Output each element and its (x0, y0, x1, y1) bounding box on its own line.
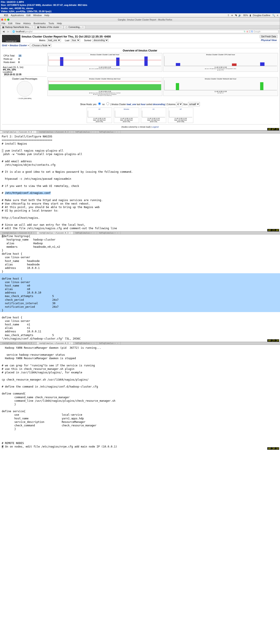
get-fresh-data-button[interactable]: Get Fresh Data (260, 35, 277, 38)
legend-link[interactable]: Legend (152, 126, 159, 128)
editor-tab[interactable]: root@limulus:~/Lesson-4.3× (37, 131, 73, 133)
editor-tab[interactable]: hdfs@limulus:~× (73, 342, 97, 344)
editor-tabstrip: root@limulus:~/Lesson-4.3× root@limulus:… (0, 232, 280, 234)
hosts-down-label: Hosts down: (3, 61, 18, 64)
memory-chart[interactable]: limulus Cluster Cluster Memory last hour… (47, 77, 162, 96)
ff-menu-file[interactable]: File (2, 22, 6, 25)
hosts-up-value: 4 (18, 58, 20, 60)
editor-body[interactable]: Hadoop YARN ResourceManager daemon (pid … (0, 345, 280, 450)
editor-tab[interactable]: hdfs@limulus:~× (97, 342, 120, 344)
app-name[interactable]: X11 (4, 14, 8, 16)
back-button[interactable]: ◀ (2, 30, 6, 33)
battery-icon[interactable]: ▮ (250, 14, 251, 17)
node-thumb[interactable]: n1 11:40 12:00 12:20 load_one last hour(… (141, 108, 166, 123)
editor-body[interactable]: ddefine hostgroup{ hostgroup_name hadoop… (0, 234, 280, 342)
editor-tab[interactable]: root@limulus:~/Lesson-4.3× (37, 342, 73, 344)
stop-button[interactable]: ⊘ (246, 30, 248, 33)
size-select[interactable]: small (188, 102, 200, 106)
physical-view-link[interactable]: Physical View (261, 39, 277, 42)
choose-node-select[interactable]: --Choose a Node (30, 44, 51, 47)
tab-close-icon[interactable]: × (60, 26, 62, 28)
show-hosts-row: Show Hosts: yes no | limulus Cluster loa… (2, 102, 278, 106)
browser-tab[interactable]: ▦ Nodes of the cluster × (35, 25, 64, 29)
video-timestamp: 00:15:08 (267, 229, 279, 232)
editor-tab[interactable]: hdfs@limulus:~× (73, 232, 97, 234)
ff-menu-help[interactable]: Help (57, 22, 62, 25)
menu-help[interactable]: Help (44, 14, 49, 16)
load-pie-chart (17, 81, 33, 96)
media-file-line: File: 1643CO~1.MP4 (1, 0, 279, 4)
metric-select[interactable]: load_one (47, 38, 61, 42)
menu-window[interactable]: Window (33, 14, 42, 16)
editor-body[interactable]: Part 2: Install/Configure NAGIOS =======… (0, 134, 280, 232)
forward-button[interactable]: ▶ (6, 30, 10, 33)
tab-close-icon[interactable]: × (82, 26, 83, 28)
sorted-select[interactable]: descending (92, 38, 108, 42)
menu-applications[interactable]: Applications (11, 14, 24, 16)
highlighted-block: define host { use linux-server host_name… (0, 273, 280, 312)
ff-menu-view[interactable]: View (15, 22, 21, 25)
terminal-editor: root@limulus:~/Lesson-4.3× root@limulus:… (0, 342, 280, 450)
search-box[interactable]: G Google (250, 30, 278, 33)
cpu-chart[interactable]: limulus Cluster Cluster CPU last hour 11… (163, 53, 278, 72)
url-bar[interactable]: 🌐 localhost/ganglia/ ↻ ⊘ (11, 30, 249, 33)
highlighted-path: /etc/httpd/conf.d/nagios.conf (5, 192, 51, 194)
traffic-lights[interactable] (1, 18, 9, 21)
text-cursor: # (2, 445, 4, 448)
media-video-line: Video: h264, yuv420p, 1280x720, 25.00 fp… (1, 10, 279, 13)
browser-tab[interactable]: ◌ Connecting... × (64, 25, 85, 29)
google-icon: G (251, 30, 253, 33)
editor-tabstrip: root@limulus:~/Lesson-4.3× root@limulus:… (0, 130, 280, 134)
browser-tab[interactable]: ▦ Hadoop NameNode limu... × (0, 25, 35, 29)
editor-tab[interactable]: hdfs@limulus:~× (97, 131, 120, 133)
last-label: Last (65, 39, 69, 42)
load-chart[interactable]: limulus Cluster Cluster Load last hour 1… (47, 53, 162, 72)
editor-tab[interactable]: root@limulus:~/Lesson-4.3× (0, 342, 37, 344)
breadcrumb-grid[interactable]: Grid (2, 44, 7, 47)
cpus-total-value: 16 (18, 54, 22, 57)
node-thumb[interactable]: n2 11:40 12:00 12:20 load_one last hour(… (168, 108, 193, 123)
node-thumb[interactable]: n0 11:40 12:00 12:20 load_one last hour(… (87, 108, 112, 123)
menu-edit[interactable]: Edit (27, 14, 31, 16)
wifi2-icon[interactable]: ◥ (235, 14, 236, 17)
tab-favicon: ▦ (2, 26, 4, 28)
spotlight-icon[interactable]: 🔍 (272, 14, 275, 17)
show-hosts-no[interactable] (106, 102, 109, 105)
url-path: /ganglia/ (24, 30, 33, 33)
network-chart[interactable]: limulus Cluster Cluster Network last hou… (163, 77, 278, 96)
media-audio-line: Audio: aac, 44100 Hz, stereo (1, 7, 279, 10)
search-placeholder: Google (253, 30, 260, 33)
wifi-icon[interactable]: ⇧ (227, 14, 229, 17)
breadcrumb-cluster[interactable]: limulus Cluster (10, 44, 27, 47)
avg-load-label: Avg Load (15, 5, 1m): (3, 66, 47, 68)
editor-tab[interactable]: hdfs@limulus:~× (73, 131, 97, 133)
editor-tab[interactable]: root@limulus:~/Lesson-4.3× (0, 232, 37, 234)
volume-icon[interactable]: 🔊 (238, 14, 241, 17)
ff-menu-tools[interactable]: Tools (49, 22, 54, 25)
ff-menu-edit[interactable]: Edit (8, 22, 13, 25)
hosts-up-label: Hosts up: (3, 58, 18, 60)
sourceforge-logo[interactable]: sourceforge.net (2, 35, 20, 42)
firefox-tabstrip: ▦ Hadoop NameNode limu... × ▦ Nodes of t… (0, 25, 280, 29)
show-hosts-yes[interactable] (98, 102, 101, 105)
breadcrumb: Grid > limulus Cluster > --Choose a Node (2, 44, 278, 47)
editor-tab[interactable]: root@limulus:~/Lesson-4.3× (37, 232, 73, 234)
reload-button[interactable]: ↻ (244, 30, 245, 33)
ff-menu-history[interactable]: History (23, 22, 31, 25)
columns-select[interactable]: 4 (176, 102, 183, 106)
user-name[interactable]: Douglas Eadline (253, 14, 270, 16)
video-timestamp: 00:25:20 (267, 339, 279, 342)
footer-note: (Nodes colored by 1 minute load) | Legen… (2, 126, 278, 128)
stats-panel: CPUs Total:16 Hosts up:4 Hosts down:0 Av… (2, 53, 47, 100)
firefox-menubar: File Edit View History Bookmarks Tools H… (0, 22, 280, 25)
bluetooth-icon[interactable]: ∗ (231, 14, 233, 17)
ff-menu-bookmarks[interactable]: Bookmarks (34, 22, 46, 25)
tab-close-icon[interactable]: × (32, 26, 33, 28)
report-title: limulus Cluster Cluster Report for Thu, … (22, 35, 111, 38)
firefox-navbar: ◀ ▶ 🌐 localhost/ganglia/ ↻ ⊘ G Google (0, 29, 280, 34)
last-select[interactable]: hour (71, 38, 80, 42)
editor-tab[interactable]: hdfs@limulus:~× (97, 232, 120, 234)
menu-icon[interactable]: ≡ (277, 14, 278, 16)
editor-tab[interactable]: root@limulus:~/Lesson-4.3× (0, 131, 37, 133)
node-thumb[interactable]: limulus 11:40 12:00 12:20 load_one last … (114, 108, 139, 123)
